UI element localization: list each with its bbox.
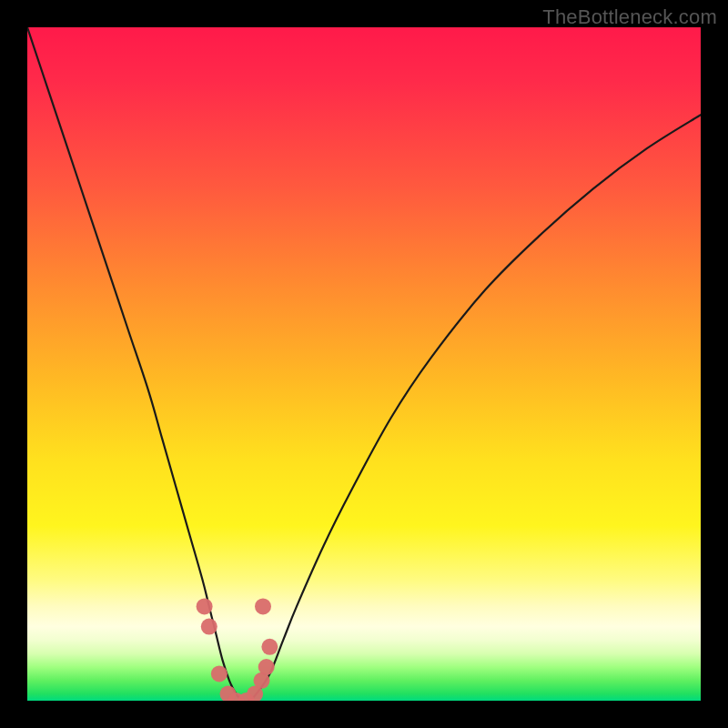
curve-marker bbox=[197, 598, 213, 614]
curve-marker bbox=[211, 665, 228, 682]
bottleneck-curve bbox=[27, 27, 701, 701]
watermark-text: TheBottleneck.com bbox=[542, 5, 717, 29]
curve-layer bbox=[27, 27, 701, 701]
curve-marker bbox=[258, 659, 275, 675]
curve-marker bbox=[201, 619, 217, 635]
curve-marker bbox=[255, 598, 271, 614]
chart-frame: TheBottleneck.com bbox=[0, 0, 728, 728]
curve-marker-group bbox=[197, 598, 278, 701]
plot-area bbox=[27, 27, 701, 701]
curve-marker bbox=[261, 639, 278, 655]
